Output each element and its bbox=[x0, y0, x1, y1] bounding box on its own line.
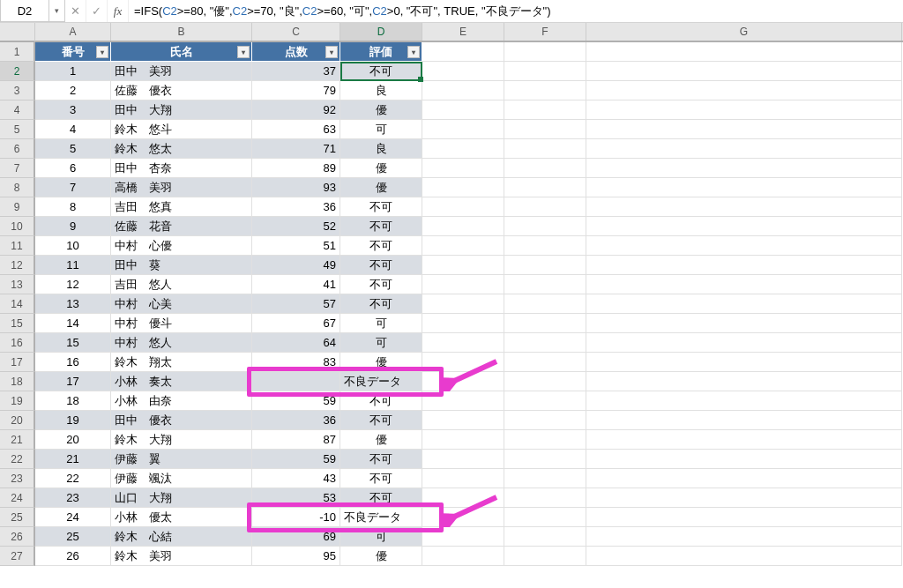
cell-number[interactable]: 16 bbox=[35, 353, 111, 372]
cell-empty[interactable] bbox=[586, 256, 902, 275]
filter-icon[interactable]: ▾ bbox=[325, 46, 338, 58]
cell-empty[interactable] bbox=[422, 42, 504, 62]
cell-name[interactable]: 伊藤 翼 bbox=[111, 450, 252, 469]
row-header-16[interactable]: 16 bbox=[0, 333, 35, 353]
cell-empty[interactable] bbox=[504, 488, 586, 508]
cell-name[interactable]: 鈴木 悠太 bbox=[111, 139, 252, 159]
th-name[interactable]: 氏名▾ bbox=[111, 42, 252, 62]
filter-icon[interactable]: ▾ bbox=[237, 46, 250, 58]
cell-empty[interactable] bbox=[504, 294, 586, 314]
cell-number[interactable]: 3 bbox=[35, 100, 111, 120]
cell-number[interactable]: 8 bbox=[35, 197, 111, 217]
cell-empty[interactable] bbox=[504, 81, 586, 100]
cell-empty[interactable] bbox=[586, 314, 902, 333]
cell-grade[interactable]: 可 bbox=[340, 527, 422, 547]
row-header-27[interactable]: 27 bbox=[0, 547, 35, 566]
cell-score[interactable]: 83 bbox=[252, 353, 340, 372]
row-header-8[interactable]: 8 bbox=[0, 178, 35, 197]
cell-score[interactable]: 59 bbox=[252, 450, 340, 469]
column-header-b[interactable]: B bbox=[111, 23, 252, 41]
cell-grade[interactable]: 良 bbox=[340, 139, 422, 159]
row-header-12[interactable]: 12 bbox=[0, 256, 35, 275]
cell-grade[interactable]: 優 bbox=[340, 430, 422, 450]
cell-number[interactable]: 7 bbox=[35, 178, 111, 197]
cell-empty[interactable] bbox=[586, 430, 902, 450]
row-header-18[interactable]: 18 bbox=[0, 372, 35, 391]
cell-number[interactable]: 20 bbox=[35, 430, 111, 450]
cell-empty[interactable] bbox=[586, 120, 902, 139]
cell-number[interactable]: 14 bbox=[35, 314, 111, 333]
cell-score[interactable]: 41 bbox=[252, 275, 340, 294]
cell-grade[interactable]: 不可 bbox=[340, 391, 422, 411]
cell-empty[interactable] bbox=[504, 139, 586, 159]
cell-empty[interactable] bbox=[504, 159, 586, 178]
cell-empty[interactable] bbox=[422, 372, 504, 391]
cell-empty[interactable] bbox=[422, 139, 504, 159]
th-number[interactable]: 番号▾ bbox=[35, 42, 111, 62]
cell-empty[interactable] bbox=[586, 178, 902, 197]
cell-number[interactable]: 12 bbox=[35, 275, 111, 294]
cell-grade[interactable]: 可 bbox=[340, 333, 422, 353]
cell-grade[interactable]: 優 bbox=[340, 353, 422, 372]
cell-empty[interactable] bbox=[504, 236, 586, 256]
cell-grade[interactable]: 不可 bbox=[340, 294, 422, 314]
cell-grade[interactable]: 優 bbox=[340, 100, 422, 120]
cell-empty[interactable] bbox=[586, 236, 902, 256]
cell-score[interactable]: 57 bbox=[252, 294, 340, 314]
cell-empty[interactable] bbox=[504, 333, 586, 353]
cell-number[interactable]: 23 bbox=[35, 488, 111, 508]
cell-name[interactable]: 田中 美羽 bbox=[111, 62, 252, 81]
row-header-24[interactable]: 24 bbox=[0, 488, 35, 508]
cell-empty[interactable] bbox=[586, 100, 902, 120]
cell-number[interactable]: 4 bbox=[35, 120, 111, 139]
cell-name[interactable]: 鈴木 悠斗 bbox=[111, 120, 252, 139]
formula-confirm-button[interactable]: ✓ bbox=[86, 0, 108, 22]
cell-score[interactable]: 51 bbox=[252, 236, 340, 256]
row-header-3[interactable]: 3 bbox=[0, 81, 35, 100]
cell-empty[interactable] bbox=[586, 333, 902, 353]
cell-score[interactable]: 67 bbox=[252, 314, 340, 333]
cell-empty[interactable] bbox=[422, 488, 504, 508]
cell-name[interactable]: 高橋 美羽 bbox=[111, 178, 252, 197]
formula-input[interactable]: =IFS(C2>=80, "優", C2>=70, "良", C2>=60, "… bbox=[129, 0, 903, 22]
cell-name[interactable]: 田中 葵 bbox=[111, 256, 252, 275]
cell-grade[interactable]: 良 bbox=[340, 81, 422, 100]
cell-number[interactable]: 21 bbox=[35, 450, 111, 469]
cell-name[interactable]: 小林 優太 bbox=[111, 508, 252, 527]
cell-score[interactable]: 69 bbox=[252, 527, 340, 547]
row-header-15[interactable]: 15 bbox=[0, 314, 35, 333]
cell-grade[interactable]: 不可 bbox=[340, 217, 422, 236]
row-header-17[interactable]: 17 bbox=[0, 353, 35, 372]
row-header-5[interactable]: 5 bbox=[0, 120, 35, 139]
cell-empty[interactable] bbox=[586, 217, 902, 236]
cell-score[interactable]: 93 bbox=[252, 178, 340, 197]
cell-grade[interactable]: 不可 bbox=[340, 62, 422, 81]
name-box[interactable]: D2 bbox=[0, 0, 49, 22]
cell-empty[interactable] bbox=[586, 294, 902, 314]
cell-number[interactable]: 18 bbox=[35, 391, 111, 411]
row-header-4[interactable]: 4 bbox=[0, 100, 35, 120]
row-header-19[interactable]: 19 bbox=[0, 391, 35, 411]
cell-empty[interactable] bbox=[422, 353, 504, 372]
cell-grade[interactable]: 不可 bbox=[340, 256, 422, 275]
cell-score[interactable]: 87 bbox=[252, 430, 340, 450]
cell-name[interactable]: 田中 杏奈 bbox=[111, 159, 252, 178]
insert-function-button[interactable]: fx bbox=[108, 0, 129, 22]
cell-name[interactable]: 小林 奏太 bbox=[111, 372, 252, 391]
column-header-f[interactable]: F bbox=[504, 23, 586, 41]
cell-empty[interactable] bbox=[422, 62, 504, 81]
cell-empty[interactable] bbox=[422, 527, 504, 547]
cell-empty[interactable] bbox=[422, 391, 504, 411]
cell-grade[interactable]: 不可 bbox=[340, 275, 422, 294]
cell-grade[interactable]: 可 bbox=[340, 120, 422, 139]
cell-number[interactable]: 5 bbox=[35, 139, 111, 159]
cell-score[interactable] bbox=[252, 372, 340, 391]
cell-score[interactable]: -10 bbox=[252, 508, 340, 527]
cell-grade[interactable]: 不良データ bbox=[340, 508, 422, 527]
cell-score[interactable]: 49 bbox=[252, 256, 340, 275]
cell-score[interactable]: 64 bbox=[252, 333, 340, 353]
cell-empty[interactable] bbox=[586, 81, 902, 100]
cell-empty[interactable] bbox=[504, 120, 586, 139]
cell-empty[interactable] bbox=[586, 527, 902, 547]
cell-number[interactable]: 19 bbox=[35, 411, 111, 430]
